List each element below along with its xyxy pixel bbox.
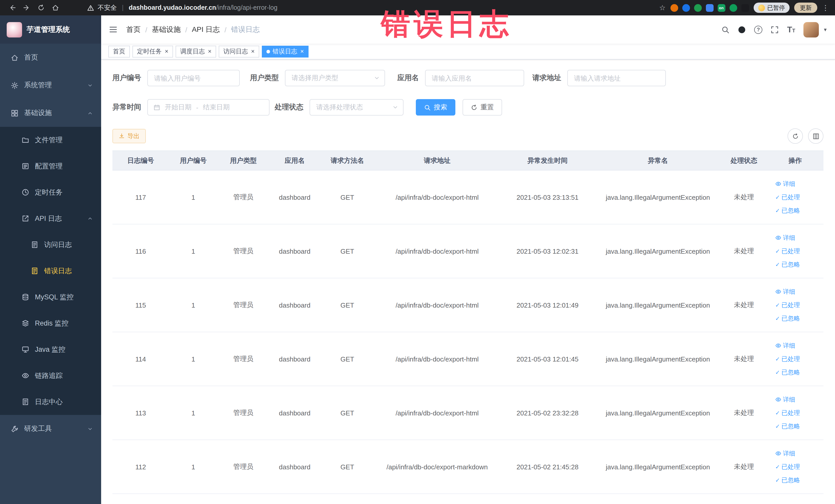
sidebar-item-trace[interactable]: 链路追踪 [0,363,101,389]
tab-错误日志[interactable]: 错误日志× [262,45,308,57]
processed-link[interactable]: ✓已处理 [775,461,800,473]
schedule-icon [22,188,29,196]
tab-定时任务[interactable]: 定时任务× [133,45,173,57]
breadcrumb-item-infrastructure[interactable]: 基础设施 [152,25,181,34]
extension-leaf-icon[interactable] [729,4,737,12]
extension-orange-icon[interactable] [670,4,678,12]
app-name-input[interactable] [425,70,524,86]
tab-首页[interactable]: 首页 [108,45,130,57]
detail-link[interactable]: 详细 [775,178,795,190]
ignored-link[interactable]: ✓已忽略 [775,420,800,432]
exception-time-range-picker[interactable]: 开始日期 - 结束日期 [147,99,269,116]
processed-link[interactable]: ✓已处理 [775,353,800,365]
close-tab-icon[interactable]: × [251,48,254,55]
extension-green-circle-icon[interactable] [694,4,701,12]
check-icon: ✓ [775,477,780,483]
detail-link[interactable]: 详细 [775,285,795,298]
sidebar-item-label: 日志中心 [35,397,63,406]
sidebar-item-error-log[interactable]: 错误日志 [0,258,101,284]
avatar-caret-icon[interactable]: ▼ [823,27,828,32]
extension-drop-icon[interactable] [682,4,690,12]
close-tab-icon[interactable]: × [165,48,168,55]
close-tab-icon[interactable]: × [300,48,304,55]
sidebar-item-access-log[interactable]: 访问日志 [0,231,101,258]
export-button[interactable]: 导出 [113,129,146,143]
export-button-label: 导出 [127,132,140,140]
breadcrumb-item-api-log[interactable]: API 日志 [192,25,220,34]
browser-menu-icon[interactable]: ⋮ [822,4,829,12]
sidebar-item-home[interactable]: 首页 [0,44,101,72]
extension-on-badge-icon[interactable]: on [717,4,725,12]
user-id-input[interactable] [147,70,240,86]
browser-home-icon[interactable] [49,2,62,14]
sidebar-item-infrastructure[interactable]: 基础设施 [0,99,101,127]
process-status-select[interactable]: 请选择处理状态 [309,99,404,116]
table-cell: GET [320,278,374,332]
table-cell: java.lang.IllegalArgumentException [595,332,721,386]
sidebar-item-tools[interactable]: 研发工具 [0,415,101,443]
sidebar-item-log-center[interactable]: 日志中心 [0,389,101,415]
update-button[interactable]: 更新 [794,3,817,13]
processed-link[interactable]: ✓已处理 [775,245,800,257]
table-cell: java.lang.IllegalArgumentException [595,170,721,224]
collapse-sidebar-icon[interactable] [109,25,118,34]
sidebar-item-config[interactable]: 配置管理 [0,153,101,179]
help-icon[interactable]: ? [754,25,762,34]
ignored-link[interactable]: ✓已忽略 [775,474,800,486]
config-icon [22,162,29,170]
browser-forward-icon[interactable] [21,2,33,14]
extension-grid-icon[interactable] [706,4,713,12]
address-bar[interactable]: 不安全 | dashboard.yudao.iocoder.cn/infra/l… [87,3,278,12]
tab-label: 错误日志 [272,47,297,56]
table-header-row: 日志编号用户编号用户类型应用名请求方法名请求地址异常发生时间异常名处理状态操作 [113,151,823,170]
processed-link[interactable]: ✓已处理 [775,407,800,419]
user-type-select[interactable]: 请选择用户类型 [285,70,385,86]
sidebar-item-schedule[interactable]: 定时任务 [0,179,101,205]
reset-button[interactable]: 重置 [463,99,502,116]
breadcrumb-item-home[interactable]: 首页 [126,25,141,34]
browser-reload-icon[interactable] [35,2,47,14]
tab-访问日志[interactable]: 访问日志× [219,45,259,57]
search-button[interactable]: 搜索 [416,99,455,116]
home-icon [11,54,19,61]
sidebar-item-label: 研发工具 [24,424,52,434]
table-cell: 2021-05-03 12:02:31 [500,224,595,278]
paused-chip[interactable]: 已暂停 [753,3,790,13]
sidebar-item-mysql[interactable]: MySQL 监控 [0,284,101,310]
request-url-input[interactable] [567,70,666,86]
column-header: 用户编号 [169,151,218,170]
detail-link[interactable]: 详细 [775,231,795,244]
ignored-link[interactable]: ✓已忽略 [775,258,800,270]
fullscreen-icon[interactable] [771,25,779,34]
action-label: 已处理 [781,299,800,311]
table-row: 1151管理员dashboardGET/api/infra/db-doc/exp… [113,278,823,332]
font-size-icon[interactable]: TT [787,25,795,34]
user-type-placeholder: 请选择用户类型 [291,74,338,83]
sidebar-item-java[interactable]: Java 监控 [0,336,101,363]
detail-link[interactable]: 详细 [775,394,795,406]
tab-调度日志[interactable]: 调度日志× [176,45,216,57]
ignored-link[interactable]: ✓已忽略 [775,204,800,217]
processed-link[interactable]: ✓已处理 [775,299,800,311]
ignored-link[interactable]: ✓已忽略 [775,366,800,379]
processed-link[interactable]: ✓已处理 [775,191,800,203]
sidebar-item-redis[interactable]: Redis 监控 [0,310,101,336]
github-icon[interactable] [738,25,746,34]
mysql-icon [22,293,29,301]
user-avatar[interactable] [803,22,819,37]
ignored-link[interactable]: ✓已忽略 [775,312,800,324]
browser-back-icon[interactable] [6,2,19,14]
sidebar-item-file-manage[interactable]: 文件管理 [0,127,101,153]
request-url-label: 请求地址 [532,74,561,83]
column-settings-button[interactable] [808,128,823,144]
detail-link[interactable]: 详细 [775,339,795,352]
bookmark-star-icon[interactable]: ☆ [659,4,666,12]
detail-link[interactable]: 详细 [775,447,795,460]
smiley-icon [758,4,765,11]
refresh-table-button[interactable] [788,128,803,144]
close-tab-icon[interactable]: × [208,48,211,55]
search-icon[interactable] [721,25,730,34]
extension-paw-icon[interactable] [741,4,749,12]
sidebar-item-api-log[interactable]: API 日志 [0,205,101,231]
sidebar-item-gear[interactable]: 系统管理 [0,72,101,99]
